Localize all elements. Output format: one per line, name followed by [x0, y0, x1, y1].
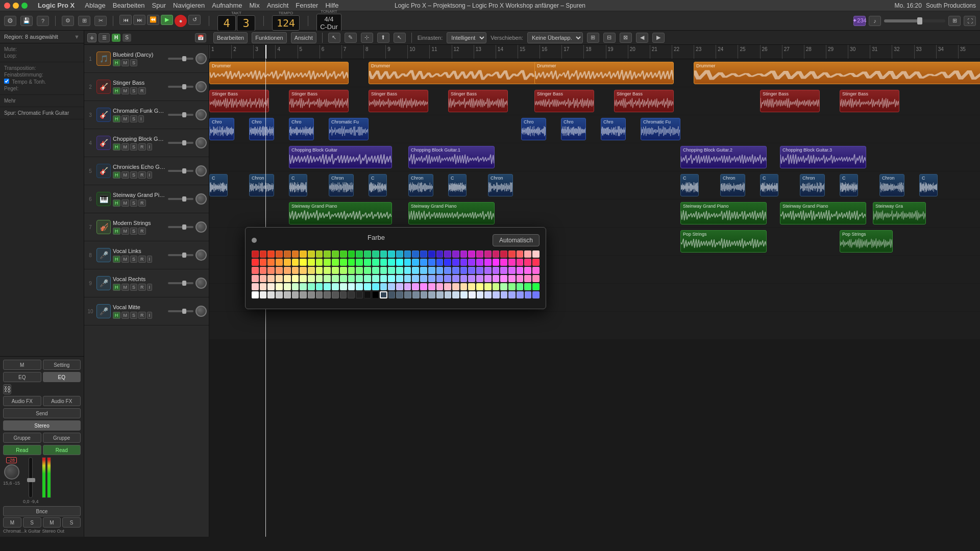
color-swatch-5-13[interactable]: [356, 291, 363, 298]
track-btn-r-5[interactable]: R: [138, 199, 146, 207]
color-swatch-1-32[interactable]: [508, 259, 516, 266]
track-vol-knob-0[interactable]: [195, 53, 207, 64]
color-swatch-5-34[interactable]: [525, 291, 532, 298]
color-swatch-5-10[interactable]: [332, 291, 339, 298]
color-swatch-5-19[interactable]: [404, 291, 411, 298]
clip-1-4[interactable]: Stinger Bass: [534, 90, 594, 112]
color-swatch-5-27[interactable]: [469, 291, 476, 298]
stereo-btn[interactable]: Stereo: [3, 420, 81, 431]
color-swatch-5-18[interactable]: [396, 291, 403, 298]
snap-button[interactable]: ⊞: [587, 33, 599, 43]
color-swatch-4-34[interactable]: [524, 283, 531, 290]
color-swatch-1-31[interactable]: [500, 259, 507, 266]
color-swatch-4-27[interactable]: [468, 283, 475, 290]
clip-4-14[interactable]: C: [919, 174, 938, 196]
clip-4-2[interactable]: C: [289, 174, 307, 196]
color-swatch-0-13[interactable]: [356, 251, 363, 258]
color-swatch-1-29[interactable]: [484, 259, 492, 266]
track-btn-s-4[interactable]: S: [130, 171, 137, 179]
color-swatch-2-12[interactable]: [348, 267, 355, 274]
color-swatch-1-28[interactable]: [476, 259, 483, 266]
color-swatch-2-20[interactable]: [412, 267, 419, 274]
track-btn-s-0[interactable]: S: [130, 59, 137, 66]
menu-ansicht[interactable]: Ansicht: [267, 2, 289, 9]
pencil-tool[interactable]: ✎: [345, 33, 357, 43]
clip-2-6[interactable]: Chro: [601, 118, 626, 140]
color-swatch-4-35[interactable]: [532, 283, 540, 290]
track-btn-i-3[interactable]: I: [147, 143, 153, 151]
track-btn-m-7[interactable]: M: [121, 256, 130, 263]
color-swatch-4-12[interactable]: [348, 283, 355, 290]
color-swatch-3-30[interactable]: [493, 275, 500, 282]
clip-2-3[interactable]: Chromatic Fu: [329, 118, 369, 140]
track-fader-5[interactable]: [168, 198, 193, 200]
arrow-tool-2[interactable]: ⬆: [377, 33, 389, 43]
color-swatch-5-6[interactable]: [300, 291, 307, 298]
clip-1-0[interactable]: Stinger Bass: [209, 90, 269, 112]
color-swatch-0-16[interactable]: [380, 251, 387, 258]
track-btn-m-8[interactable]: M: [121, 284, 130, 291]
color-swatch-0-8[interactable]: [316, 251, 323, 258]
color-swatch-2-35[interactable]: [532, 267, 540, 274]
color-swatch-1-26[interactable]: [460, 259, 468, 266]
track-vol-knob-7[interactable]: [195, 249, 207, 261]
clip-1-1[interactable]: Stinger Bass: [289, 90, 349, 112]
color-swatch-2-7[interactable]: [308, 267, 315, 274]
color-swatch-3-2[interactable]: [267, 275, 275, 282]
color-swatch-2-0[interactable]: [252, 267, 259, 274]
track-fader-7[interactable]: [168, 254, 193, 256]
color-swatch-2-25[interactable]: [452, 267, 459, 274]
clip-3-3[interactable]: Chopping Block Guitar.3: [780, 146, 866, 168]
color-swatch-1-15[interactable]: [372, 259, 379, 266]
color-swatch-5-16[interactable]: [380, 291, 387, 298]
track-btn-s-3[interactable]: S: [130, 143, 137, 151]
color-swatch-3-15[interactable]: [372, 275, 379, 282]
color-swatch-2-21[interactable]: [420, 267, 427, 274]
menu-navigieren[interactable]: Navigieren: [173, 2, 205, 9]
color-swatch-2-27[interactable]: [468, 267, 475, 274]
color-swatch-4-8[interactable]: [316, 283, 323, 290]
bottom-m-btn-1[interactable]: M: [3, 517, 21, 528]
color-swatch-4-17[interactable]: [388, 283, 395, 290]
color-swatch-5-33[interactable]: [517, 291, 524, 298]
color-swatch-0-23[interactable]: [436, 251, 444, 258]
color-swatch-0-28[interactable]: [476, 251, 483, 258]
color-swatch-2-34[interactable]: [524, 267, 531, 274]
color-swatch-5-7[interactable]: [308, 291, 315, 298]
color-swatch-4-0[interactable]: [252, 283, 259, 290]
menu-hilfe[interactable]: Hilfe: [325, 2, 338, 9]
color-swatch-0-24[interactable]: [444, 251, 451, 258]
color-swatch-1-17[interactable]: [388, 259, 395, 266]
color-swatch-1-9[interactable]: [324, 259, 331, 266]
scissors-button[interactable]: ✂: [94, 16, 107, 26]
einrasten-select[interactable]: Intelligent: [447, 32, 486, 43]
color-swatch-3-29[interactable]: [484, 275, 492, 282]
view-dropdown[interactable]: Ansicht: [291, 32, 316, 43]
color-swatch-5-29[interactable]: [484, 291, 492, 298]
clip-3-2[interactable]: Chopping Block Guitar.2: [680, 146, 767, 168]
track-fader-3[interactable]: [168, 142, 193, 144]
gruppe-btn-1[interactable]: Gruppe: [3, 433, 41, 443]
color-swatch-2-16[interactable]: [380, 267, 387, 274]
clip-4-7[interactable]: Chron: [488, 174, 513, 196]
settings-button[interactable]: ⚙: [4, 16, 16, 26]
color-swatch-4-22[interactable]: [428, 283, 435, 290]
color-swatch-0-19[interactable]: [404, 251, 411, 258]
color-swatch-2-10[interactable]: [332, 267, 339, 274]
region-collapse[interactable]: ▼: [74, 34, 80, 40]
color-swatch-3-21[interactable]: [420, 275, 427, 282]
track-btn-s-6[interactable]: S: [130, 228, 137, 235]
color-swatch-2-5[interactable]: [292, 267, 299, 274]
color-swatch-0-25[interactable]: [452, 251, 459, 258]
color-swatch-2-17[interactable]: [388, 267, 395, 274]
cycle-button[interactable]: ↺: [188, 15, 201, 25]
master-volume-slider[interactable]: [884, 19, 945, 22]
fader-thumb[interactable]: [27, 478, 35, 482]
track-btn-h-5[interactable]: H: [113, 199, 120, 207]
track-header-5[interactable]: 6🎹Steinway Grand PianoHMSR: [84, 185, 209, 213]
color-swatch-5-12[interactable]: [348, 291, 355, 298]
track-btn-r-3[interactable]: R: [138, 143, 146, 151]
color-swatch-5-14[interactable]: [364, 291, 371, 298]
color-swatch-3-10[interactable]: [332, 275, 339, 282]
track-btn-s-7[interactable]: S: [130, 256, 137, 263]
